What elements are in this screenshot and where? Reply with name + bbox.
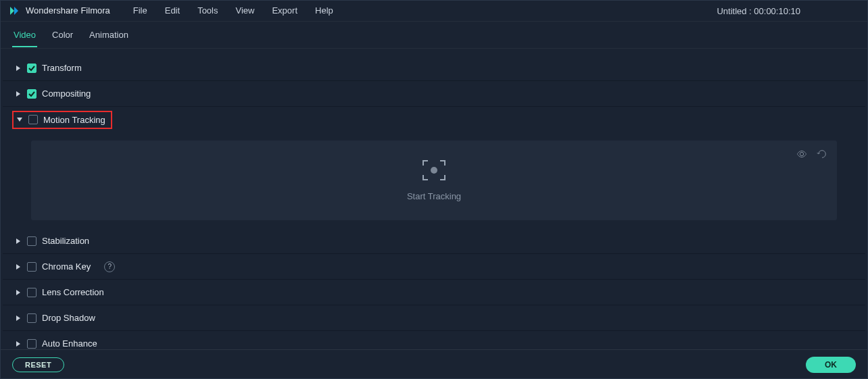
label-transform: Transform (42, 63, 82, 73)
checkbox-lens-correction[interactable] (27, 288, 37, 297)
section-chroma-key[interactable]: Chroma Key ? (3, 254, 865, 280)
footer-bar: RESET OK (0, 349, 868, 379)
app-logo-icon (8, 5, 20, 17)
chevron-right-icon[interactable] (15, 238, 22, 245)
tracking-target-icon[interactable] (423, 160, 445, 180)
menu-edit[interactable]: Edit (162, 3, 183, 18)
chevron-right-icon[interactable] (15, 65, 22, 72)
panel-action-icons (796, 149, 827, 161)
start-tracking-button[interactable]: Start Tracking (407, 191, 461, 201)
help-icon[interactable]: ? (104, 261, 115, 272)
section-compositing[interactable]: Compositing (3, 81, 865, 107)
video-panel: Transform Compositing Motion Tracking St… (0, 49, 868, 357)
undo-icon[interactable] (817, 149, 827, 161)
checkbox-transform[interactable] (27, 64, 37, 73)
chevron-down-icon[interactable] (16, 116, 23, 123)
menu-export[interactable]: Export (269, 3, 300, 18)
label-chroma-key: Chroma Key (42, 261, 91, 272)
label-motion-tracking: Motion Tracking (43, 115, 105, 125)
menu-file[interactable]: File (130, 3, 150, 18)
label-drop-shadow: Drop Shadow (42, 313, 95, 323)
ok-button[interactable]: OK (806, 357, 856, 373)
title-bar: Wondershare Filmora File Edit Tools View… (0, 0, 868, 22)
app-name: Wondershare Filmora (26, 5, 110, 16)
chevron-right-icon[interactable] (15, 340, 22, 347)
tab-video[interactable]: Video (12, 23, 37, 47)
menu-tools[interactable]: Tools (195, 3, 220, 18)
highlight-motion-tracking: Motion Tracking (12, 111, 112, 129)
section-transform[interactable]: Transform (3, 55, 865, 81)
checkbox-auto-enhance[interactable] (27, 339, 37, 349)
chevron-right-icon[interactable] (15, 289, 22, 296)
checkbox-stabilization[interactable] (27, 236, 37, 246)
section-lens-correction[interactable]: Lens Correction (3, 280, 865, 305)
chevron-right-icon[interactable] (15, 315, 22, 322)
app-branding: Wondershare Filmora (5, 5, 110, 17)
checkbox-chroma-key[interactable] (27, 262, 37, 272)
chevron-right-icon[interactable] (15, 263, 22, 270)
reset-button[interactable]: RESET (12, 357, 64, 372)
eye-icon[interactable] (796, 149, 807, 161)
checkbox-motion-tracking[interactable] (28, 115, 38, 124)
menu-view[interactable]: View (233, 3, 257, 18)
motion-tracking-panel: Start Tracking (31, 141, 837, 220)
label-stabilization: Stabilization (42, 236, 89, 246)
section-motion-tracking[interactable]: Motion Tracking (3, 107, 865, 132)
inspector-tabs: Video Color Animation (0, 22, 868, 49)
section-drop-shadow[interactable]: Drop Shadow (3, 305, 865, 331)
section-stabilization[interactable]: Stabilization (3, 228, 865, 254)
checkbox-compositing[interactable] (27, 89, 37, 99)
project-title: Untitled : 00:00:10:10 (717, 0, 800, 22)
tab-color[interactable]: Color (51, 23, 74, 47)
checkbox-drop-shadow[interactable] (27, 313, 37, 323)
menu-bar: File Edit Tools View Export Help (130, 3, 336, 18)
menu-help[interactable]: Help (312, 3, 336, 18)
chevron-right-icon[interactable] (15, 91, 22, 97)
label-lens-correction: Lens Correction (42, 287, 104, 297)
tab-animation[interactable]: Animation (88, 23, 130, 47)
label-auto-enhance: Auto Enhance (42, 338, 97, 349)
label-compositing: Compositing (42, 89, 91, 99)
